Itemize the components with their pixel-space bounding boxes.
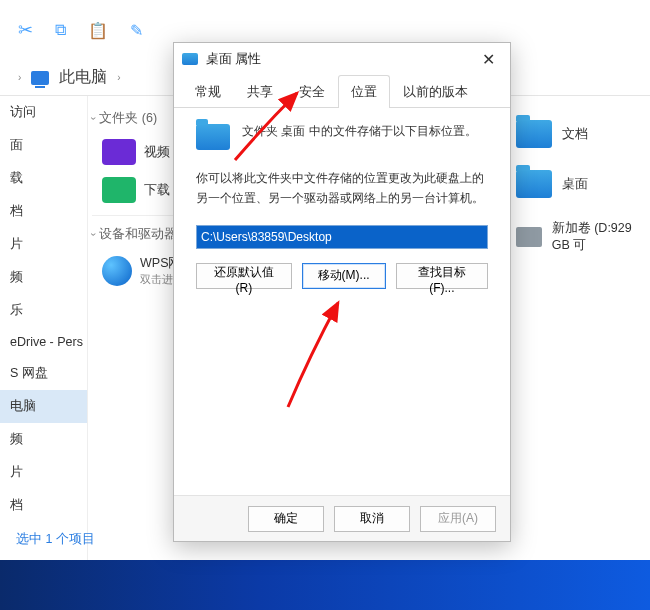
sidebar-item[interactable]: 访问 — [0, 96, 87, 129]
tab-3[interactable]: 位置 — [338, 75, 390, 108]
path-input[interactable] — [196, 225, 488, 249]
sidebar-item[interactable]: 档 — [0, 195, 87, 228]
apply-button[interactable]: 应用(A) — [420, 506, 496, 532]
sidebar-item[interactable]: eDrive - Pers — [0, 327, 87, 357]
folder-thumb-icon — [102, 177, 136, 203]
tab-1[interactable]: 共享 — [234, 75, 286, 108]
sidebar-item[interactable]: 乐 — [0, 294, 87, 327]
restore-defaults-button[interactable]: 还原默认值(R) — [196, 263, 292, 289]
devices-header-label: 设备和驱动器 — [99, 226, 177, 243]
paste-icon[interactable]: 📋 — [88, 21, 108, 40]
sidebar-item[interactable]: 电脑 — [0, 390, 87, 423]
cancel-button[interactable]: 取消 — [334, 506, 410, 532]
copy-icon[interactable]: ⧉ — [55, 21, 66, 39]
ok-button[interactable]: 确定 — [248, 506, 324, 532]
desktop-folder-icon — [182, 53, 198, 65]
sidebar-item[interactable]: 载 — [0, 162, 87, 195]
sidebar-item[interactable]: 片 — [0, 228, 87, 261]
tab-2[interactable]: 安全 — [286, 75, 338, 108]
chevron-down-icon: › — [88, 117, 99, 120]
dialog-footer: 确定 取消 应用(A) — [174, 495, 510, 541]
list-item[interactable]: 桌面 — [516, 170, 636, 198]
list-item[interactable]: 文档 — [516, 120, 636, 148]
list-item-label: 新加卷 (D: — [552, 221, 611, 235]
desktop-wallpaper-strip — [0, 560, 650, 610]
dialog-body: 文件夹 桌面 中的文件存储于以下目标位置。 你可以将此文件夹中文件存储的位置更改… — [174, 108, 510, 495]
description-text: 你可以将此文件夹中文件存储的位置更改为此硬盘上的另一个位置、另一个驱动器或网络上… — [196, 168, 488, 209]
dialog-title: 桌面 属性 — [206, 51, 474, 68]
chevron-down-icon: › — [88, 233, 99, 236]
folder-icon — [516, 170, 552, 198]
chevron-left-icon: › — [18, 72, 21, 83]
dialog-titlebar[interactable]: 桌面 属性 ✕ — [174, 43, 510, 75]
tab-bar: 常规共享安全位置以前的版本 — [174, 75, 510, 108]
sidebar-item[interactable]: 频 — [0, 261, 87, 294]
close-button[interactable]: ✕ — [474, 50, 502, 69]
folders-header-label: 文件夹 (6) — [99, 110, 157, 127]
nav-sidebar[interactable]: 访问面载档片频乐eDrive - PersS 网盘电脑频片档 — [0, 96, 88, 560]
list-item-label: 桌面 — [562, 177, 588, 191]
move-button[interactable]: 移动(M)... — [302, 263, 386, 289]
sidebar-item[interactable]: 档 — [0, 489, 87, 522]
sidebar-item[interactable]: 片 — [0, 456, 87, 489]
sidebar-item[interactable]: 频 — [0, 423, 87, 456]
header-text: 文件夹 桌面 中的文件存储于以下目标位置。 — [242, 122, 477, 141]
sidebar-item[interactable]: S 网盘 — [0, 357, 87, 390]
folder-icon — [516, 120, 552, 148]
tab-0[interactable]: 常规 — [182, 75, 234, 108]
tab-4[interactable]: 以前的版本 — [390, 75, 481, 108]
drive-icon — [516, 227, 542, 247]
pc-icon — [31, 71, 49, 85]
sidebar-item[interactable]: 面 — [0, 129, 87, 162]
address-text: 此电脑 — [59, 67, 107, 88]
properties-dialog: 桌面 属性 ✕ 常规共享安全位置以前的版本 文件夹 桌面 中的文件存储于以下目标… — [173, 42, 511, 542]
find-target-button[interactable]: 查找目标(F)... — [396, 263, 488, 289]
cut-icon[interactable]: ✂ — [18, 19, 33, 41]
status-bar: 选中 1 个项目 — [16, 531, 95, 548]
rename-icon[interactable]: ✎ — [130, 21, 143, 40]
right-pane: 文档桌面新加卷 (D:929 GB 可 — [516, 120, 636, 276]
cloud-icon — [102, 256, 132, 286]
list-item-label: 文档 — [562, 127, 588, 141]
list-item[interactable]: 新加卷 (D:929 GB 可 — [516, 220, 636, 254]
chevron-right-icon: › — [117, 72, 120, 83]
desktop-folder-icon — [196, 124, 230, 150]
tree-item-label: 视频 — [144, 144, 170, 161]
folder-thumb-icon — [102, 139, 136, 165]
tree-item-label: 下载 — [144, 182, 170, 199]
